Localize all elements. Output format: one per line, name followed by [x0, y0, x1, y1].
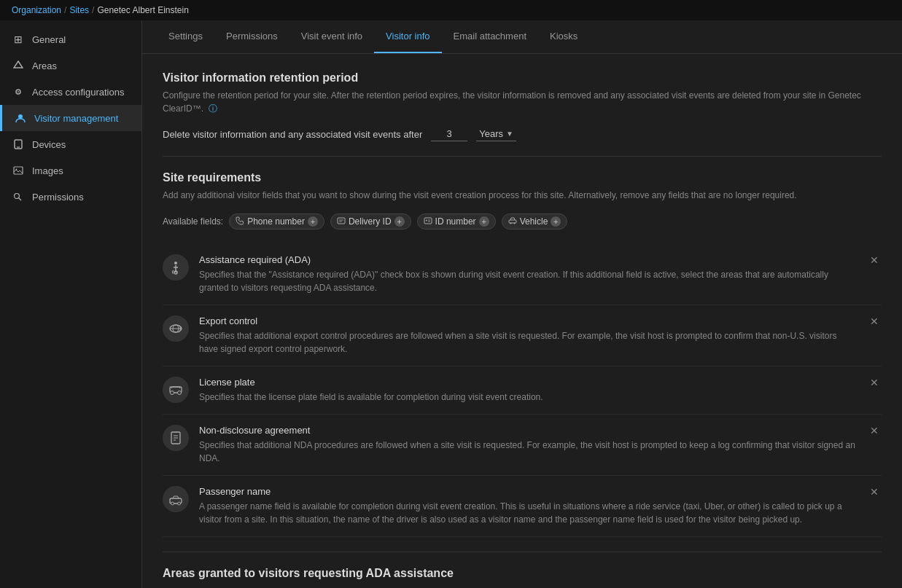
chip-delivery-label: Delivery ID	[349, 216, 392, 227]
permissions-icon	[12, 190, 25, 203]
years-label: Years	[479, 128, 503, 139]
chip-vehicle[interactable]: Vehicle +	[502, 213, 568, 230]
svg-point-32	[171, 502, 174, 505]
req-item-export-control: Export control Specifies that additional…	[163, 305, 882, 366]
passenger-close-button[interactable]: ✕	[867, 486, 882, 498]
info-icon: ⓘ	[209, 103, 217, 114]
section-divider-1	[163, 156, 882, 157]
devices-icon	[12, 138, 25, 151]
chip-id-number[interactable]: ID number +	[417, 213, 496, 230]
areas-icon	[12, 59, 25, 72]
areas-granted-title: Areas granted to visitors requesting ADA…	[163, 567, 882, 580]
images-icon	[12, 164, 25, 177]
phone-icon	[236, 216, 244, 227]
nda-icon	[163, 425, 189, 451]
svg-point-18	[513, 223, 515, 224]
available-fields-label: Available fields:	[163, 216, 223, 227]
svg-marker-0	[14, 61, 23, 68]
chip-delivery-id[interactable]: Delivery ID +	[330, 213, 411, 230]
license-title: License plate	[199, 377, 857, 388]
breadcrumb-sites[interactable]: Sites	[69, 5, 89, 15]
access-config-icon	[12, 85, 25, 98]
chip-phone-add[interactable]: +	[308, 216, 318, 227]
svg-point-25	[171, 391, 174, 395]
tab-kiosks[interactable]: Kiosks	[538, 20, 589, 53]
breadcrumb-org[interactable]: Organization	[12, 5, 61, 15]
sidebar-label-permissions: Permissions	[32, 192, 84, 203]
sidebar-label-devices: Devices	[32, 139, 66, 150]
retention-description: Configure the retention period for your …	[163, 89, 882, 115]
sidebar-item-devices[interactable]: Devices	[0, 131, 141, 157]
svg-point-3	[18, 114, 23, 119]
passenger-icon	[163, 486, 189, 512]
tab-visitor-info[interactable]: Visitor info	[374, 20, 441, 53]
retention-value-input[interactable]	[431, 127, 467, 141]
site-req-title: Site requirements	[163, 171, 882, 184]
chip-vehicle-add[interactable]: +	[551, 216, 561, 227]
tab-visit-event-info[interactable]: Visit event info	[289, 20, 374, 53]
svg-point-26	[178, 391, 182, 395]
svg-point-17	[510, 223, 511, 224]
tab-email-attachment[interactable]: Email attachment	[442, 20, 538, 53]
chip-phone-number[interactable]: Phone number +	[229, 213, 324, 230]
passenger-desc: A passenger name field is available for …	[199, 500, 857, 526]
sidebar-label-images: Images	[32, 165, 63, 176]
chip-phone-label: Phone number	[247, 216, 305, 227]
req-item-nda: Non-disclosure agreement Specifies that …	[163, 415, 882, 476]
export-text: Export control Specifies that additional…	[199, 315, 857, 356]
passenger-title: Passenger name	[199, 486, 857, 497]
chip-delivery-add[interactable]: +	[394, 216, 405, 227]
chevron-down-icon: ▼	[506, 130, 513, 138]
req-item-license-plate: License plate Specifies that the license…	[163, 366, 882, 415]
general-icon: ⊞	[12, 33, 25, 46]
sidebar-item-areas[interactable]: Areas	[0, 52, 141, 79]
tab-bar: Settings Permissions Visit event info Vi…	[142, 20, 902, 54]
breadcrumb-current: Genetec Albert Einstein	[97, 5, 188, 15]
content-area: Settings Permissions Visit event info Vi…	[142, 20, 902, 588]
svg-rect-12	[424, 218, 432, 224]
license-close-button[interactable]: ✕	[867, 377, 882, 388]
delete-row: Delete visitor information and any assoc…	[163, 127, 882, 141]
export-title: Export control	[199, 315, 857, 326]
sidebar-item-general[interactable]: ⊞ General	[0, 26, 141, 52]
svg-point-19	[174, 262, 177, 264]
export-close-button[interactable]: ✕	[867, 315, 882, 327]
sidebar-item-images[interactable]: Images	[0, 157, 141, 184]
export-desc: Specifies that additional export control…	[199, 329, 857, 356]
tab-permissions[interactable]: Permissions	[214, 20, 289, 53]
tab-settings[interactable]: Settings	[157, 20, 214, 53]
breadcrumb-sep1: /	[64, 5, 66, 15]
sidebar-item-permissions[interactable]: Permissions	[0, 184, 141, 210]
svg-point-2	[18, 91, 19, 93]
req-item-ada: Assistance required (ADA) Specifies that…	[163, 244, 882, 305]
passenger-text: Passenger name A passenger name field is…	[199, 486, 857, 526]
nda-close-button[interactable]: ✕	[867, 425, 882, 436]
svg-point-33	[178, 502, 181, 505]
chip-id-label: ID number	[435, 216, 476, 227]
visitor-mgmt-icon	[14, 111, 27, 125]
ada-icon	[163, 254, 189, 281]
delete-label: Delete visitor information and any assoc…	[163, 129, 422, 140]
available-fields-row: Available fields: Phone number + Deliver…	[163, 213, 882, 230]
license-text: License plate Specifies that the license…	[199, 377, 857, 404]
breadcrumb: Organization / Sites / Genetec Albert Ei…	[0, 0, 902, 20]
nda-text: Non-disclosure agreement Specifies that …	[199, 425, 857, 465]
sidebar-item-visitor-management[interactable]: Visitor management	[0, 105, 141, 131]
ada-text: Assistance required (ADA) Specifies that…	[199, 254, 857, 294]
vehicle-icon	[508, 216, 517, 227]
sidebar: ⊞ General Areas Access configurations Vi…	[0, 20, 142, 588]
years-dropdown[interactable]: Years ▼	[476, 127, 516, 141]
ada-close-button[interactable]: ✕	[867, 254, 882, 266]
svg-rect-16	[509, 220, 516, 223]
sidebar-label-visitor: Visitor management	[34, 113, 118, 124]
sidebar-label-areas: Areas	[32, 60, 57, 71]
retention-title: Visitor information retention period	[163, 71, 882, 85]
chip-id-add[interactable]: +	[479, 216, 489, 227]
sidebar-label-access: Access configurations	[32, 87, 124, 98]
export-control-icon	[163, 315, 189, 342]
nda-desc: Specifies that additional NDA procedures…	[199, 439, 857, 465]
sidebar-item-access-configurations[interactable]: Access configurations	[0, 79, 141, 105]
breadcrumb-sep2: /	[92, 5, 94, 15]
section-divider-2	[163, 552, 882, 552]
ada-desc: Specifies that the "Assistance required …	[199, 268, 857, 294]
